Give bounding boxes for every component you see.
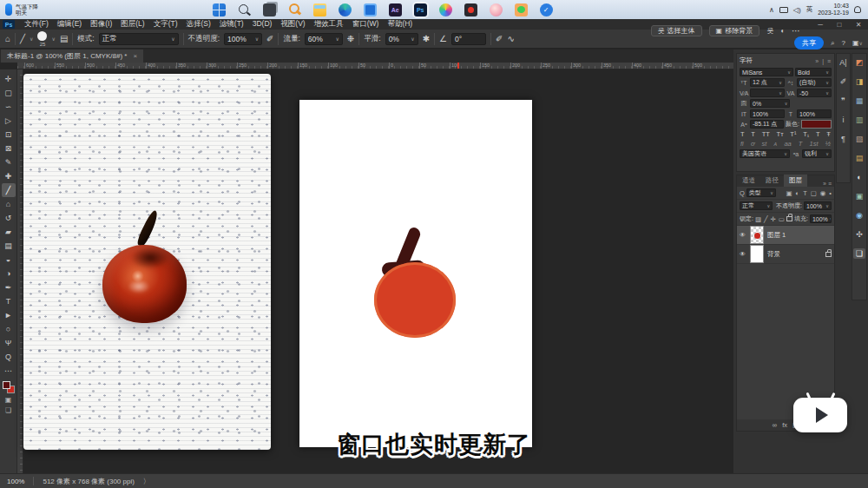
layer-blend-mode-select[interactable]: 正常∨: [740, 201, 773, 210]
paths-panel-icon[interactable]: ✣: [853, 229, 865, 240]
lock-artboard-icon[interactable]: ▭: [779, 215, 785, 223]
window-control-button[interactable]: ─: [811, 21, 830, 29]
libraries-panel-icon[interactable]: ▤: [853, 153, 865, 163]
object-selection-tool[interactable]: ▷: [2, 114, 16, 128]
menu-item[interactable]: 选择(S): [181, 19, 214, 30]
swatches-panel-icon[interactable]: ◨: [853, 76, 865, 87]
info-panel-icon[interactable]: i: [838, 115, 850, 125]
search-icon[interactable]: ⌕: [831, 39, 834, 48]
brush-angle-input[interactable]: 0°: [451, 33, 486, 45]
smoothing-select[interactable]: 0%∨: [385, 33, 418, 45]
layer-opacity-select[interactable]: 100%∨: [804, 201, 832, 210]
window-control-button[interactable]: ✕: [849, 21, 868, 29]
airbrush-icon[interactable]: ❉: [347, 34, 354, 43]
vertical-scale-input[interactable]: 100%: [750, 109, 785, 118]
menu-item[interactable]: 图层(L): [116, 19, 148, 30]
recorder-app[interactable]: [464, 3, 477, 16]
tray-speaker-icon[interactable]: ◁): [793, 6, 801, 14]
zoom-tool[interactable]: Q: [2, 350, 16, 364]
menu-item[interactable]: 文字(T): [149, 19, 182, 30]
adjustments-panel-icon[interactable]: ◐: [853, 172, 865, 182]
smoothing-options-gear-icon[interactable]: ✱: [423, 34, 430, 43]
lasso-tool[interactable]: ∽: [2, 100, 16, 114]
menu-item[interactable]: 3D(D): [248, 19, 277, 30]
char-style-button[interactable]: T: [751, 130, 755, 138]
frame-tool[interactable]: ⊠: [2, 142, 16, 155]
filter-adjustment-icon[interactable]: ◐: [796, 189, 800, 197]
char-style-button[interactable]: T: [816, 130, 820, 138]
lock-position-icon[interactable]: ✛: [771, 215, 776, 223]
smudge-tool[interactable]: ◒: [2, 253, 16, 267]
clone-stamp-tool[interactable]: ⌂: [2, 197, 16, 211]
filter-image-icon[interactable]: ▣: [786, 189, 792, 197]
opentype-feature-button[interactable]: st: [762, 140, 767, 148]
menu-item[interactable]: 滤镜(T): [215, 19, 248, 30]
remove-background-button[interactable]: ▣移除背景: [709, 25, 760, 36]
layer-thumbnail[interactable]: [750, 245, 764, 263]
layer-fill-select[interactable]: 100%∨: [810, 214, 832, 223]
panel-menu-icon[interactable]: » | ≡: [815, 58, 832, 64]
brush-tool-icon[interactable]: ╱: [20, 34, 25, 43]
text-color-swatch[interactable]: [801, 120, 832, 129]
menu-item[interactable]: 视图(V): [276, 19, 309, 30]
menu-item[interactable]: 编辑(E): [53, 19, 86, 30]
menu-item[interactable]: 文件(F): [20, 19, 53, 30]
tray-clock[interactable]: 10:43 2023-12-19: [818, 3, 849, 16]
char-style-button[interactable]: Ŧ: [826, 130, 831, 138]
link-layers-icon[interactable]: ∞: [773, 421, 777, 429]
bilibili-play-overlay[interactable]: [793, 398, 847, 432]
styles-panel-icon[interactable]: ▣: [853, 191, 865, 201]
hand-tool[interactable]: Ψ: [2, 336, 16, 350]
close-tab-icon[interactable]: ×: [133, 52, 137, 60]
history-brush-tool[interactable]: ↺: [2, 211, 16, 225]
tray-input-language[interactable]: 英: [806, 5, 813, 14]
patterns-panel-icon[interactable]: ▥: [853, 115, 865, 125]
symmetry-icon[interactable]: ∿: [507, 34, 514, 43]
char-style-button[interactable]: Tᴛ: [777, 130, 784, 138]
screen-mode-icon[interactable]: ❏: [5, 406, 11, 414]
filter-type-icon[interactable]: T: [803, 189, 807, 197]
pen-tool[interactable]: ✒: [2, 280, 16, 294]
layer-name[interactable]: 图层 1: [767, 231, 786, 240]
tracking-select[interactable]: -50∨: [797, 89, 832, 97]
verified-app[interactable]: [540, 3, 553, 16]
layer-name[interactable]: 背景: [767, 250, 780, 259]
opentype-feature-button[interactable]: fi: [740, 140, 744, 148]
opentype-feature-button[interactable]: T: [799, 140, 803, 148]
lock-all-icon[interactable]: [786, 216, 792, 221]
tab-layers[interactable]: 图层: [784, 175, 807, 187]
char-style-button[interactable]: T: [740, 130, 745, 138]
brush-preset-picker[interactable]: 25: [37, 31, 47, 47]
document-tab[interactable]: 未标题-1 @ 100% (图层 1, CMYK/8#) * ×: [1, 49, 143, 63]
opentype-feature-button[interactable]: ½: [825, 140, 831, 148]
toggle-brush-panel-icon[interactable]: ▤: [60, 34, 68, 43]
paragraph-panel-icon[interactable]: ¶: [838, 134, 850, 144]
font-style-select[interactable]: Bold∨: [795, 68, 832, 76]
visibility-eye-icon[interactable]: 👁: [740, 251, 746, 257]
glyphs-panel-icon[interactable]: ✐: [838, 76, 850, 87]
document-canvas[interactable]: [299, 100, 532, 447]
shape-tool[interactable]: ○: [2, 322, 16, 336]
zoom-level[interactable]: 100%: [7, 478, 24, 485]
layer-effects-icon[interactable]: fx: [782, 421, 787, 429]
share-button[interactable]: 共享: [794, 36, 824, 49]
anti-alias-select[interactable]: 锐利∨: [802, 149, 832, 158]
char-style-button[interactable]: T¹: [790, 130, 796, 138]
layer-row-background[interactable]: 👁 背景: [737, 245, 834, 264]
workspace-switcher-icon[interactable]: ▣∨: [852, 39, 863, 47]
eyedropper-tool[interactable]: ✎: [2, 155, 16, 169]
after-effects-app[interactable]: Ae: [389, 3, 402, 16]
layer-row-layer1[interactable]: 👁 图层 1: [737, 226, 834, 245]
type-tool[interactable]: T: [2, 294, 16, 308]
shapes-panel-icon[interactable]: ▧: [853, 134, 865, 144]
home-icon[interactable]: ⌂: [5, 34, 10, 43]
marquee-tool[interactable]: ▢: [2, 86, 16, 100]
contrast-icon[interactable]: ◐: [780, 27, 785, 35]
opacity-pressure-icon[interactable]: ✐: [266, 34, 273, 43]
visibility-eye-icon[interactable]: 👁: [740, 232, 746, 238]
menu-item[interactable]: 窗口(W): [348, 19, 384, 30]
horizontal-scale-input[interactable]: 100%: [797, 109, 832, 118]
avatar-app[interactable]: [490, 3, 503, 16]
gradients-panel-icon[interactable]: ▦: [853, 96, 865, 106]
path-select-tool[interactable]: ►: [2, 308, 16, 322]
